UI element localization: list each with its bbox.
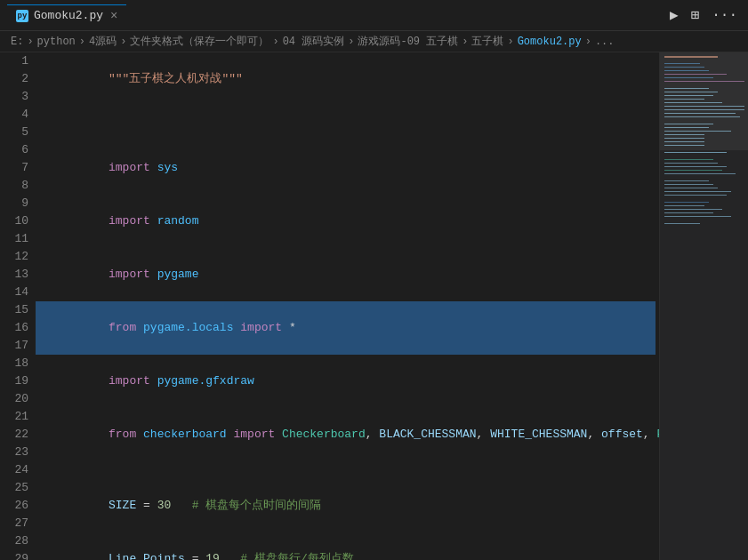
- code-container: 1 2 3 4 5 6 7 8 9 10 11 12 13 14 15 16 1…: [0, 52, 659, 560]
- svg-rect-26: [664, 163, 718, 164]
- svg-rect-28: [664, 170, 722, 171]
- svg-rect-39: [664, 216, 731, 217]
- run-button[interactable]: ▶: [666, 4, 682, 26]
- breadcrumb-file[interactable]: Gomoku2.py: [518, 36, 582, 48]
- code-editor[interactable]: 1 2 3 4 5 6 7 8 9 10 11 12 13 14 15 16 1…: [0, 52, 659, 560]
- svg-rect-24: [664, 152, 727, 153]
- title-bar: py Gomoku2.py × ▶ ⊞ ···: [0, 0, 748, 31]
- svg-rect-33: [664, 191, 731, 192]
- code-line: import random: [36, 195, 656, 248]
- code-line: [36, 106, 656, 124]
- svg-rect-30: [664, 180, 709, 181]
- svg-rect-41: [660, 52, 748, 150]
- svg-rect-27: [664, 166, 727, 167]
- svg-rect-31: [664, 184, 713, 185]
- line-numbers: 1 2 3 4 5 6 7 8 9 10 11 12 13 14 15 16 1…: [0, 52, 36, 560]
- code-line: Line_Points = 19 # 棋盘每行/每列点数: [36, 532, 656, 560]
- svg-rect-32: [664, 188, 718, 188]
- svg-rect-36: [664, 205, 704, 206]
- code-line: from checkerboard import Checkerboard, B…: [36, 408, 656, 461]
- code-line: SIZE = 30 # 棋盘每个点时间的间隔: [36, 479, 656, 532]
- code-line: """五子棋之人机对战""": [36, 52, 656, 106]
- code-line-active: from pygame.locals import *: [36, 301, 656, 355]
- file-icon: py: [16, 10, 28, 22]
- minimap[interactable]: [659, 52, 748, 560]
- more-actions-button[interactable]: ···: [708, 5, 741, 25]
- svg-rect-38: [664, 212, 713, 213]
- code-line: import pygame: [36, 248, 656, 301]
- code-line: [36, 461, 656, 479]
- code-line: [36, 124, 656, 141]
- svg-rect-40: [664, 223, 700, 224]
- title-bar-actions: ▶ ⊞ ···: [666, 4, 741, 26]
- svg-rect-35: [664, 202, 709, 203]
- svg-rect-29: [664, 173, 736, 174]
- svg-rect-37: [664, 209, 722, 210]
- breadcrumb: E: › python › 4源码 › 文件夹格式（保存一个即可） › 04 源…: [0, 31, 748, 52]
- code-line: import pygame.gfxdraw: [36, 355, 656, 408]
- split-editor-button[interactable]: ⊞: [688, 4, 704, 26]
- tab-close-button[interactable]: ×: [110, 9, 117, 23]
- svg-rect-25: [664, 159, 713, 160]
- tab-label: Gomoku2.py: [34, 9, 103, 22]
- main-area: 1 2 3 4 5 6 7 8 9 10 11 12 13 14 15 16 1…: [0, 52, 748, 560]
- minimap-content: [660, 52, 748, 560]
- tab-gomoku[interactable]: py Gomoku2.py ×: [7, 4, 126, 27]
- code-lines: """五子棋之人机对战""" import sys import random …: [36, 52, 659, 560]
- code-line: import sys: [36, 141, 656, 195]
- svg-rect-34: [664, 195, 727, 196]
